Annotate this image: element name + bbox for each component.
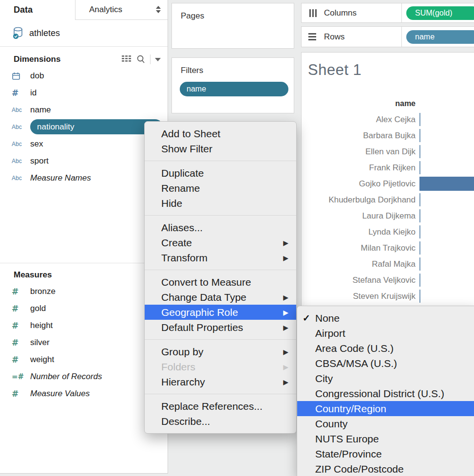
hash-icon: # xyxy=(12,338,30,348)
dimension-field-sex[interactable]: Abcsex xyxy=(0,135,168,152)
menu-item-hierarchy[interactable]: Hierarchy▶ xyxy=(145,374,296,389)
search-icon[interactable] xyxy=(136,55,146,64)
menu-item-describe[interactable]: Describe... xyxy=(145,414,296,429)
menu-item-transform[interactable]: Transform▶ xyxy=(145,250,296,265)
geo-role-item-cbsa-msa-u-s[interactable]: CBSA/MSA (U.S.) xyxy=(297,356,474,371)
tick-mark[interactable] xyxy=(419,113,420,126)
geo-role-item-zip-code-postcode[interactable]: ZIP Code/Postcode xyxy=(297,461,474,476)
filter-pill-label: name xyxy=(187,85,206,93)
measure-field-bronze[interactable]: #bronze xyxy=(0,283,168,300)
submenu-arrow-icon: ▶ xyxy=(283,293,288,301)
menu-item-change-data-type[interactable]: Change Data Type▶ xyxy=(145,290,296,305)
row-label[interactable]: Milan Trajkovic xyxy=(302,243,417,253)
measure-field-gold[interactable]: #gold xyxy=(0,300,168,317)
menu-item-label: Transform xyxy=(161,252,208,264)
view-list-icon[interactable] xyxy=(122,55,132,64)
menu-item-create[interactable]: Create▶ xyxy=(145,235,296,250)
geo-role-item-label: Congressional District (U.S.) xyxy=(315,388,444,400)
submenu-arrow-icon: ▶ xyxy=(283,239,288,247)
datasource-row[interactable]: athletes xyxy=(0,20,168,47)
tick-mark[interactable] xyxy=(419,225,420,238)
row-label[interactable]: Gojko Pijetlovic xyxy=(302,179,417,189)
measure-field-label: height xyxy=(30,321,53,330)
row-label[interactable]: Frank Rijken xyxy=(302,163,417,173)
measure-field-height[interactable]: #height xyxy=(0,317,168,334)
panel-collapse-icon[interactable] xyxy=(156,6,161,13)
menu-item-aliases[interactable]: Aliases... xyxy=(145,220,296,235)
data-panel: Data Analytics athletes Dimensions xyxy=(0,0,168,474)
row-label[interactable]: Laura Dijkema xyxy=(302,211,417,221)
pane-menu-caret-icon[interactable] xyxy=(155,58,161,61)
row-label[interactable]: Ellen van Dijk xyxy=(302,147,417,157)
row-label[interactable]: Stefana Veljkovic xyxy=(302,275,417,285)
row-label[interactable]: Rafal Majka xyxy=(302,259,417,269)
dimension-field-dob[interactable]: dob xyxy=(0,67,168,84)
menu-item-label: Folders xyxy=(161,361,195,373)
tick-mark[interactable] xyxy=(419,161,420,174)
row-label[interactable]: Steven Kruijswijk xyxy=(302,292,417,301)
measure-field-measure-values[interactable]: #Measure Values xyxy=(0,385,168,402)
geo-role-item-congressional-district-u-s[interactable]: Congressional District (U.S.) xyxy=(297,386,474,401)
menu-item-default-properties[interactable]: Default Properties▶ xyxy=(145,320,296,335)
tick-mark[interactable] xyxy=(419,257,420,271)
geo-role-item-county[interactable]: County xyxy=(297,416,474,431)
filters-shelf[interactable]: Filters name xyxy=(171,57,294,113)
submenu-arrow-icon: ▶ xyxy=(283,254,288,262)
menu-item-group-by[interactable]: Group by▶ xyxy=(145,344,296,359)
row-label[interactable]: Lynda Kiejko xyxy=(302,227,417,237)
columns-shelf[interactable]: Columns SUM(gold) xyxy=(301,3,474,23)
menu-item-duplicate[interactable]: Duplicate xyxy=(145,165,296,181)
pages-shelf[interactable]: Pages xyxy=(171,3,294,49)
row-label[interactable]: Khuderbulga Dorjkhand xyxy=(302,195,417,205)
tick-mark[interactable] xyxy=(419,290,420,303)
dimension-field-sport[interactable]: Abcsport xyxy=(0,152,168,169)
hash-icon: # xyxy=(12,389,30,399)
menu-item-geographic-role[interactable]: Geographic Role▶ xyxy=(145,305,296,320)
geo-role-item-none[interactable]: ✓None xyxy=(297,311,474,326)
column-header-name[interactable]: name xyxy=(302,99,417,108)
tab-analytics[interactable]: Analytics xyxy=(76,0,168,20)
measures-list: #bronze#gold#height#silver#weight=#Numbe… xyxy=(0,283,168,402)
tick-mark[interactable] xyxy=(419,209,420,222)
tick-mark[interactable] xyxy=(419,193,420,206)
geo-role-item-airport[interactable]: Airport xyxy=(297,326,474,341)
columns-pill-sum-gold[interactable]: SUM(gold) xyxy=(406,6,474,20)
geo-role-item-label: None xyxy=(315,312,340,324)
row-label[interactable]: Barbara Bujka xyxy=(302,131,417,141)
menu-item-add-to-sheet[interactable]: Add to Sheet xyxy=(145,126,296,141)
dimensions-title: Dimensions xyxy=(14,55,60,64)
bar-mark[interactable] xyxy=(419,177,474,191)
abc-icon: Abc xyxy=(12,158,30,165)
rows-shelf[interactable]: Rows name xyxy=(301,26,474,47)
measure-field-silver[interactable]: #silver xyxy=(0,334,168,351)
menu-item-label: Change Data Type xyxy=(161,292,246,303)
tick-mark[interactable] xyxy=(419,274,420,287)
column-header-row: name xyxy=(302,95,474,111)
dimension-field-measure-names[interactable]: AbcMeasure Names xyxy=(0,169,168,186)
dimension-field-name[interactable]: Abcname xyxy=(0,101,168,118)
measure-field-weight[interactable]: #weight xyxy=(0,351,168,368)
menu-item-rename[interactable]: Rename xyxy=(145,181,296,196)
tick-mark[interactable] xyxy=(419,129,420,142)
measure-field-number-of-records[interactable]: =#Number of Records xyxy=(0,368,168,385)
submenu-arrow-icon: ▶ xyxy=(283,378,288,386)
menu-item-convert-to-measure[interactable]: Convert to Measure xyxy=(145,275,296,290)
menu-item-show-filter[interactable]: Show Filter xyxy=(145,141,296,156)
rows-pill-name[interactable]: name xyxy=(406,30,474,44)
menu-item-replace-references[interactable]: Replace References... xyxy=(145,399,296,414)
dimension-field-label: sex xyxy=(30,139,43,149)
geo-role-item-area-code-u-s[interactable]: Area Code (U.S.) xyxy=(297,341,474,356)
menu-item-hide[interactable]: Hide xyxy=(145,196,296,211)
row-label[interactable]: Alex Cejka xyxy=(302,115,417,125)
tab-data[interactable]: Data xyxy=(0,0,76,20)
tick-mark[interactable] xyxy=(419,145,420,158)
geo-role-item-city[interactable]: City xyxy=(297,371,474,386)
geo-role-item-country-region[interactable]: Country/Region xyxy=(297,401,474,416)
geo-role-item-state-province[interactable]: State/Province xyxy=(297,446,474,461)
geo-role-item-nuts-europe[interactable]: NUTS Europe xyxy=(297,431,474,446)
dimension-field-nationality[interactable]: Abcnationality xyxy=(0,118,168,135)
dimension-field-id[interactable]: #id xyxy=(0,84,168,101)
menu-item-label: Default Properties xyxy=(161,322,243,333)
filter-pill-name[interactable]: name xyxy=(180,82,288,96)
tick-mark[interactable] xyxy=(419,241,420,255)
